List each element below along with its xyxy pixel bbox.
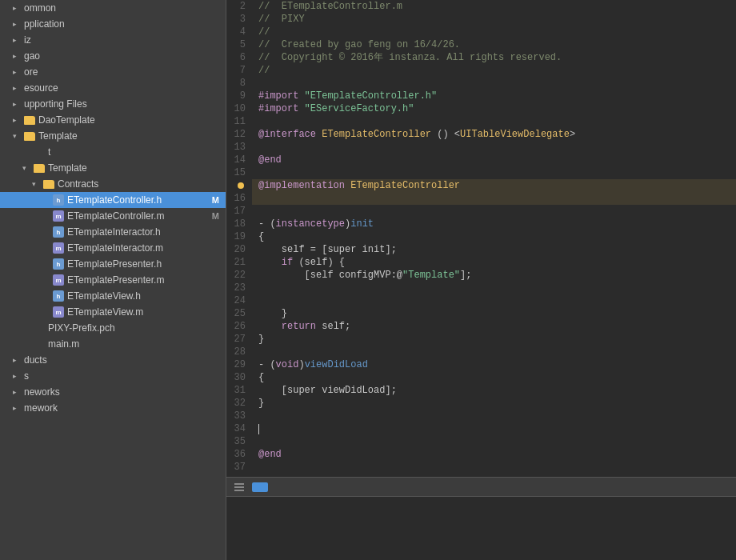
arrow-icon: ▸	[13, 388, 22, 396]
file-m-icon: m	[53, 274, 64, 286]
line-content[interactable]	[252, 346, 736, 358]
line-content[interactable]: {	[252, 230, 736, 243]
line-content[interactable]: - (void)viewDidLoad	[252, 358, 736, 371]
line-number: 2	[226, 0, 252, 13]
line-content[interactable]: }	[252, 333, 736, 346]
sidebar-item-neworks[interactable]: ▸neworks	[0, 384, 226, 400]
code-line: 36@end	[226, 448, 736, 461]
line-content[interactable]	[252, 141, 736, 154]
line-number: 23	[226, 282, 252, 294]
line-content[interactable]	[252, 205, 736, 218]
sidebar-item-contracts-folder[interactable]: ▾Template	[0, 160, 226, 176]
sidebar-item-iz[interactable]: ▸iz	[0, 32, 226, 48]
sidebar-item-ducts[interactable]: ▸ducts	[0, 352, 226, 368]
tag-icon[interactable]	[252, 482, 268, 492]
arrow-icon: ▸	[13, 68, 22, 76]
sidebar-item-label: ETemplateInteractor.h	[67, 226, 226, 238]
main-area: 2// ETemplateController.m3// PIXY4//5// …	[226, 0, 736, 560]
sidebar-item-template[interactable]: ▾Template	[0, 128, 226, 144]
line-content[interactable]	[252, 282, 736, 294]
code-line: 25 }	[226, 307, 736, 320]
arrow-icon: ▸	[13, 52, 22, 60]
code-line: 34	[226, 422, 736, 435]
bottom-panel	[226, 496, 736, 560]
line-content[interactable]: self = [super init];	[252, 243, 736, 256]
line-content[interactable]	[252, 166, 736, 179]
file-h-icon: h	[53, 290, 64, 302]
sidebar-item-ETemplateInteractor-h[interactable]: hETemplateInteractor.h	[0, 224, 226, 240]
line-content[interactable]: @implementation ETemplateController	[252, 179, 736, 205]
sidebar-item-ETemplateView-m[interactable]: mETemplateView.m	[0, 304, 226, 320]
line-content[interactable]: [self configMVP:@"Template"];	[252, 269, 736, 282]
line-content[interactable]	[252, 461, 736, 474]
line-content[interactable]: }	[252, 307, 736, 320]
line-content[interactable]	[252, 410, 736, 422]
sidebar-item-ore[interactable]: ▸ore	[0, 64, 226, 80]
code-editor[interactable]: 2// ETemplateController.m3// PIXY4//5// …	[226, 0, 736, 477]
sidebar-item-contracts[interactable]: ▾Contracts	[0, 176, 226, 192]
line-content[interactable]: // Created by gao feng on 16/4/26.	[252, 38, 736, 51]
sidebar-item-label: pplication	[24, 18, 226, 30]
line-content[interactable]: @end	[252, 448, 736, 461]
line-number: 30	[226, 371, 252, 384]
sidebar-item-daotemplate[interactable]: ▸DaoTemplate	[0, 112, 226, 128]
line-content[interactable]: // ETemplateController.m	[252, 0, 736, 13]
code-line: 8	[226, 77, 736, 90]
sidebar-item-supporting[interactable]: ▸upporting Files	[0, 96, 226, 112]
line-content[interactable]: {	[252, 371, 736, 384]
sidebar-item-label: upporting Files	[24, 98, 226, 110]
line-content[interactable]: }	[252, 397, 736, 410]
line-number: 10	[226, 102, 252, 115]
sidebar-item-gao[interactable]: ▸gao	[0, 48, 226, 64]
line-content[interactable]	[252, 294, 736, 307]
sidebar-item-s[interactable]: ▸s	[0, 368, 226, 384]
sidebar-item-ETemplateController-m[interactable]: mETemplateController.mM	[0, 208, 226, 224]
line-content[interactable]: #import "ETemplateController.h"	[252, 90, 736, 102]
line-content[interactable]	[252, 435, 736, 448]
folder-icon	[24, 132, 35, 141]
sidebar-item-esource[interactable]: ▸esource	[0, 80, 226, 96]
sidebar-item-application[interactable]: ▸pplication	[0, 16, 226, 32]
line-number: 9	[226, 90, 252, 102]
line-content[interactable]	[252, 422, 736, 435]
line-content[interactable]: //	[252, 26, 736, 38]
code-line: 16@implementation ETemplateController	[226, 179, 736, 205]
sidebar-item-ETemplateController-h[interactable]: hETemplateController.hM	[0, 192, 226, 208]
svg-rect-2	[234, 490, 244, 491]
sidebar-item-ETemplatePresenter-m[interactable]: mETemplatePresenter.m	[0, 272, 226, 288]
line-content[interactable]: return self;	[252, 320, 736, 333]
sidebar-item-mework[interactable]: ▸mework	[0, 400, 226, 416]
sidebar-item-label: ducts	[24, 354, 226, 366]
list-icon[interactable]	[233, 481, 246, 494]
line-content[interactable]	[252, 115, 736, 128]
sidebar-item-label: PIXY-Prefix.pch	[48, 322, 226, 334]
code-line: 13	[226, 141, 736, 154]
sidebar-item-label: mework	[24, 402, 226, 414]
sidebar-item-pixy-prefix[interactable]: PIXY-Prefix.pch	[0, 320, 226, 336]
sidebar-item-ETemplateInteractor-m[interactable]: mETemplateInteractor.m	[0, 240, 226, 256]
line-content[interactable]: // PIXY	[252, 13, 736, 26]
code-line: 26 return self;	[226, 320, 736, 333]
sidebar-item-label: gao	[24, 50, 226, 62]
sidebar-item-common[interactable]: ▸ommon	[0, 0, 226, 16]
line-content[interactable]: #import "EServiceFactory.h"	[252, 102, 736, 115]
sidebar-item-ETemplateView-h[interactable]: hETemplateView.h	[0, 288, 226, 304]
line-content[interactable]: //	[252, 64, 736, 77]
line-content[interactable]: [super viewDidLoad];	[252, 384, 736, 397]
sidebar-item-t[interactable]: t	[0, 144, 226, 160]
line-content[interactable]: - (instancetype)init	[252, 218, 736, 230]
bottom-bar	[226, 477, 736, 496]
line-content[interactable]	[252, 77, 736, 90]
line-content[interactable]: @interface ETemplateController () <UITab…	[252, 128, 736, 141]
file-m-icon: m	[53, 306, 64, 318]
line-content[interactable]: // Copyright © 2016年 instanza. All right…	[252, 51, 736, 64]
line-content[interactable]: @end	[252, 154, 736, 166]
sidebar-item-main-m[interactable]: main.m	[0, 336, 226, 352]
file-h-icon: h	[53, 258, 64, 270]
sidebar-item-label: esource	[24, 82, 226, 94]
line-content[interactable]: if (self) {	[252, 256, 736, 269]
file-h-icon: h	[53, 194, 64, 206]
line-number: 16	[226, 179, 252, 205]
code-line: 21 if (self) {	[226, 256, 736, 269]
sidebar-item-ETemplatePresenter-h[interactable]: hETemplatePresenter.h	[0, 256, 226, 272]
